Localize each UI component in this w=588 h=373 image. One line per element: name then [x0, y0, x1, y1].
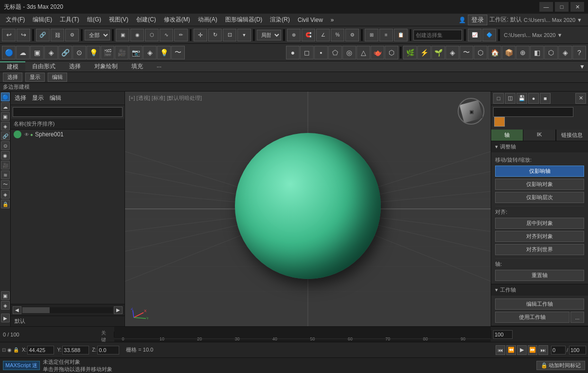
mirror-button[interactable]: ⊞: [365, 29, 378, 41]
color-swatch-button[interactable]: [494, 117, 505, 127]
affect-hierarchy-btn[interactable]: 仅影响层次: [495, 192, 584, 203]
layer-button[interactable]: 📋: [394, 29, 408, 41]
select-circle-button[interactable]: ◉: [130, 29, 144, 41]
ls-icon-2[interactable]: ☁: [1, 102, 10, 111]
pyramid-icon[interactable]: ⬡: [385, 46, 398, 59]
wave-icon[interactable]: 〜: [171, 46, 185, 59]
poly-display-btn[interactable]: 显示: [25, 73, 45, 82]
time-tag-area[interactable]: 🔒 动加时间标记: [536, 361, 585, 370]
select-rectangle-button[interactable]: ▣: [116, 29, 129, 41]
select-paint-button[interactable]: ✏: [174, 29, 188, 41]
extra2-icon[interactable]: 📷: [129, 46, 143, 59]
create-geo-icon[interactable]: 🔵: [2, 46, 16, 59]
tab-ik[interactable]: IK: [523, 130, 555, 141]
tab-link-info[interactable]: 链接信息: [556, 130, 588, 141]
snap-toggle[interactable]: 🧲: [302, 29, 315, 41]
extra-geo3[interactable]: ⬡: [544, 46, 558, 59]
hierarchy-icon[interactable]: 🔗: [58, 46, 72, 59]
total-frames-input[interactable]: [569, 346, 586, 354]
ls-icon-11[interactable]: ◈: [1, 190, 10, 199]
scale-dropdown[interactable]: ▼: [237, 29, 251, 41]
menu-group[interactable]: 组(G): [83, 15, 105, 25]
schematic-btn[interactable]: 🔷: [482, 29, 496, 41]
z-input[interactable]: [97, 346, 119, 354]
right-search-input[interactable]: [493, 107, 573, 117]
maximize-button[interactable]: □: [555, 2, 569, 12]
menu-animation[interactable]: 动画(A): [194, 15, 221, 25]
nav-next-btn[interactable]: ▶: [114, 306, 123, 314]
link-button[interactable]: 🔗: [36, 29, 50, 41]
torus-icon[interactable]: ◎: [342, 46, 356, 59]
rotate-button[interactable]: ↻: [208, 29, 222, 41]
extra1-icon[interactable]: 🎥: [115, 46, 128, 59]
login-button[interactable]: 登录: [468, 15, 487, 25]
adjust-axis-header[interactable]: ▾ 调整轴: [491, 141, 588, 152]
current-frame-input[interactable]: [551, 346, 566, 354]
extra-geo2[interactable]: ◧: [530, 46, 544, 59]
ls-icon-10[interactable]: 〜: [1, 180, 10, 189]
sidebar-display-tab[interactable]: 显示: [32, 94, 44, 102]
edit-work-axis-btn[interactable]: 编辑工作轴: [495, 298, 584, 310]
ls-icon-1[interactable]: 🔵: [1, 93, 10, 101]
cylinder-icon[interactable]: ⬠: [328, 46, 342, 59]
ls-icon-9[interactable]: ≋: [1, 170, 10, 179]
close-button[interactable]: ✕: [570, 2, 584, 12]
y-input[interactable]: [62, 346, 89, 354]
teapot-icon[interactable]: 🫖: [371, 46, 384, 59]
ls-icon-4[interactable]: ◈: [1, 122, 10, 131]
align-to-object-btn[interactable]: 对齐到对象: [495, 231, 584, 242]
menu-civil-view[interactable]: Civil View: [294, 16, 327, 24]
rp-box[interactable]: ■: [540, 93, 551, 104]
list-item[interactable]: 👁 ● Sphere001: [11, 130, 125, 139]
select-fence-button[interactable]: ⬡: [145, 29, 159, 41]
affect-object-only-btn[interactable]: 仅影响对象: [495, 179, 584, 190]
ls-icon-12[interactable]: 🔒: [1, 200, 10, 208]
ribbon-tab-freeform[interactable]: 自由形式: [25, 61, 62, 72]
move-button[interactable]: ✛: [194, 29, 207, 41]
ls-icon-3[interactable]: ▣: [1, 112, 10, 121]
bind-button[interactable]: ⚙: [65, 29, 79, 41]
modifier-icon[interactable]: ◈: [44, 46, 58, 59]
ribbon-tab-arrow[interactable]: ▼: [576, 61, 588, 72]
grass-icon[interactable]: 🌱: [431, 46, 445, 59]
ribbon-tab-selection[interactable]: 选择: [62, 61, 88, 72]
maxscript-button[interactable]: MAXScript 迷: [3, 361, 40, 370]
menu-graph-editor[interactable]: 图形编辑器(D): [221, 15, 267, 25]
select-lasso-button[interactable]: ∿: [160, 29, 173, 41]
viewport[interactable]: [+] [透视] [标准] [默认明暗处理]: [125, 92, 491, 326]
menu-more[interactable]: »: [327, 16, 338, 24]
redo-button[interactable]: ↪: [17, 29, 30, 41]
unlink-button[interactable]: ⛓: [51, 29, 64, 41]
menu-tools[interactable]: 工具(T): [56, 15, 83, 25]
water-icon[interactable]: 〜: [460, 46, 473, 59]
menu-render[interactable]: 渲染(R): [266, 15, 294, 25]
minimize-button[interactable]: —: [539, 2, 553, 12]
help-icon[interactable]: ?: [572, 46, 586, 59]
motion-icon[interactable]: ⊙: [72, 46, 86, 59]
percent-snap[interactable]: %: [331, 29, 344, 41]
search-input[interactable]: [13, 107, 123, 117]
select-filter-dropdown[interactable]: 全部: [85, 30, 110, 40]
play-first-btn[interactable]: ⏮: [496, 345, 505, 355]
poly-select-btn[interactable]: 选择: [3, 73, 22, 82]
menu-create[interactable]: 创建(C): [132, 15, 160, 25]
extra-geo1[interactable]: ⊕: [516, 46, 530, 59]
bolt-icon[interactable]: ⚡: [417, 46, 431, 59]
building-icon[interactable]: 🏠: [488, 46, 501, 59]
ls-icon-7[interactable]: ◉: [1, 151, 10, 160]
menu-view[interactable]: 视图(V): [105, 15, 132, 25]
menu-modifier[interactable]: 修改器(M): [160, 15, 194, 25]
play-stop-btn[interactable]: ▶: [517, 345, 527, 355]
ls-icon-5[interactable]: 🔗: [1, 131, 10, 140]
plane-icon[interactable]: ◻: [300, 46, 314, 59]
play-prev-btn[interactable]: ⏪: [506, 345, 516, 355]
light-icon[interactable]: 💡: [157, 46, 171, 59]
frame-input[interactable]: [493, 330, 513, 339]
reference-coord-dropdown[interactable]: 局部: [257, 30, 281, 40]
tree-icon[interactable]: 🌿: [403, 46, 417, 59]
utilities-icon[interactable]: 🎬: [101, 46, 114, 59]
curve-editor-btn[interactable]: 📈: [468, 29, 481, 41]
ribbon-tab-populate[interactable]: 填充: [125, 61, 150, 72]
reset-axis-btn[interactable]: 重置轴: [495, 270, 584, 281]
street-icon[interactable]: 📦: [502, 46, 516, 59]
